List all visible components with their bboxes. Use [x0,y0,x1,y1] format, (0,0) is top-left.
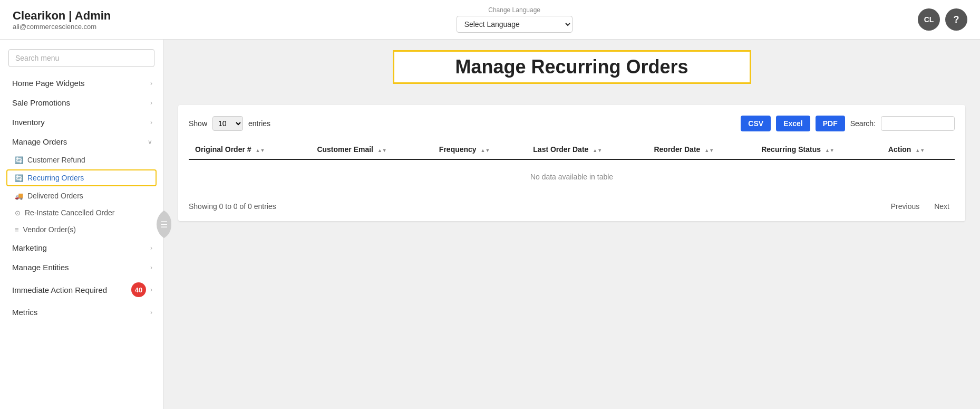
sort-icon: ▲▼ [255,148,265,153]
sidebar-item-manage-entities[interactable]: Manage Entities › [0,258,163,277]
sort-icon: ▲▼ [915,148,925,153]
chevron-right-icon: › [150,119,152,126]
show-label: Show [189,119,207,128]
pagination-previous[interactable]: Previous [886,200,925,213]
chevron-right-icon: › [150,264,152,271]
col-last-order-date[interactable]: Last Order Date ▲▼ [527,140,647,159]
sidebar: Home Page Widgets › Sale Promotions › In… [0,40,163,409]
col-frequency[interactable]: Frequency ▲▼ [433,140,527,159]
no-data-message: No data available in table [189,159,955,194]
sub-item-label: Customer Refund [27,156,85,164]
chevron-right-icon: › [150,244,152,252]
recurring-orders-table: Original Order # ▲▼ Customer Email ▲▼ Fr… [189,140,955,194]
sort-icon: ▲▼ [593,148,602,153]
main-content: Manage Recurring Orders Show 5 10 25 50 … [163,40,980,409]
sub-item-label: Delivered Orders [27,192,83,200]
toggle-icon: ☰ [160,220,168,230]
sidebar-sub-item-delivered-orders[interactable]: 🚚 Delivered Orders [0,187,163,204]
sidebar-sub-item-vendor-orders[interactable]: ≡ Vendor Order(s) [0,221,163,238]
sidebar-item-label: Inventory [12,118,45,127]
table-search-input[interactable] [881,116,955,131]
sidebar-item-inventory[interactable]: Inventory › [0,112,163,132]
sidebar-item-label: Sale Promotions [12,98,70,107]
sidebar-item-sale-promotions[interactable]: Sale Promotions › [0,93,163,112]
language-label: Change Language [488,6,540,14]
sort-icon: ▲▼ [825,148,835,153]
col-reorder-date[interactable]: Reorder Date ▲▼ [647,140,755,159]
search-label: Search: [850,119,876,128]
sidebar-sub-item-recurring-orders[interactable]: 🔄 Recurring Orders [6,169,157,186]
sidebar-item-metrics[interactable]: Metrics › [0,302,163,322]
chevron-down-icon: ∨ [148,138,152,146]
sub-item-label: Re-Instate Cancelled Order [25,208,114,217]
excel-export-button[interactable]: Excel [776,116,810,131]
sidebar-item-marketing[interactable]: Marketing › [0,238,163,258]
chevron-right-icon: › [150,80,152,87]
brand-title: Clearikon | Admin [13,9,111,23]
entries-per-page-select[interactable]: 5 10 25 50 100 [212,116,243,131]
table-no-data-row: No data available in table [189,159,955,194]
sidebar-item-manage-orders[interactable]: Manage Orders ∨ [0,132,163,151]
recurring-icon: 🔄 [15,174,23,182]
chevron-right-icon: › [150,99,152,107]
brand-email: ali@commercescience.com [13,23,111,31]
col-action[interactable]: Action ▲▼ [882,140,955,159]
table-card: Show 5 10 25 50 100 entries CSV Excel PD… [178,105,965,221]
main-layout: Home Page Widgets › Sale Promotions › In… [0,40,980,409]
sidebar-sub-item-customer-refund[interactable]: 🔄 Customer Refund [0,151,163,168]
sort-icon: ▲▼ [377,148,387,153]
page-title: Manage Recurring Orders [455,56,688,78]
col-original-order[interactable]: Original Order # ▲▼ [189,140,311,159]
reinstate-icon: ⊙ [15,209,21,217]
refund-icon: 🔄 [15,156,23,164]
pagination-next[interactable]: Next [929,200,955,213]
brand-section: Clearikon | Admin ali@commercescience.co… [13,9,111,31]
sidebar-item-label: Marketing [12,243,47,252]
header-actions: CL ? [918,8,967,31]
sidebar-item-label: Immediate Action Required [12,286,107,294]
sidebar-item-label: Manage Entities [12,263,69,272]
pdf-export-button[interactable]: PDF [816,116,845,131]
csv-export-button[interactable]: CSV [741,116,771,131]
page-title-box: Manage Recurring Orders [393,50,751,84]
chevron-right-icon: › [150,309,152,316]
showing-entries: Showing 0 to 0 of 0 entries [189,202,276,211]
header: Clearikon | Admin ali@commercescience.co… [0,0,980,40]
search-menu-input[interactable] [8,49,154,67]
pagination: Previous Next [886,200,955,213]
table-footer: Showing 0 to 0 of 0 entries Previous Nex… [189,200,955,213]
chevron-right-icon: › [150,286,152,293]
sidebar-item-label: Metrics [12,308,37,317]
language-selector-section: Change Language Select Language English … [111,6,918,33]
sidebar-item-label: Home Page Widgets [12,79,85,88]
sidebar-item-immediate-action[interactable]: Immediate Action Required 40 › [0,277,163,302]
sidebar-sub-item-re-instate[interactable]: ⊙ Re-Instate Cancelled Order [0,204,163,221]
help-button[interactable]: ? [945,8,967,31]
sort-icon: ▲▼ [481,148,490,153]
vendor-icon: ≡ [15,226,19,234]
sidebar-search-container [0,46,163,73]
avatar[interactable]: CL [918,8,940,31]
sort-icon: ▲▼ [704,148,714,153]
sub-item-label: Vendor Order(s) [23,225,76,234]
sidebar-item-label: Manage Orders [12,137,67,146]
col-recurring-status[interactable]: Recurring Status ▲▼ [755,140,882,159]
immediate-action-badge: 40 [131,282,146,297]
col-customer-email[interactable]: Customer Email ▲▼ [311,140,432,159]
language-select[interactable]: Select Language English Spanish French [457,16,573,33]
entries-label: entries [248,119,270,128]
page-title-row: Manage Recurring Orders [178,50,965,94]
table-controls: Show 5 10 25 50 100 entries CSV Excel PD… [189,116,955,131]
delivered-icon: 🚚 [15,192,23,200]
sidebar-item-home-page-widgets[interactable]: Home Page Widgets › [0,73,163,93]
sub-item-label: Recurring Orders [27,174,84,182]
table-header-row: Original Order # ▲▼ Customer Email ▲▼ Fr… [189,140,955,159]
